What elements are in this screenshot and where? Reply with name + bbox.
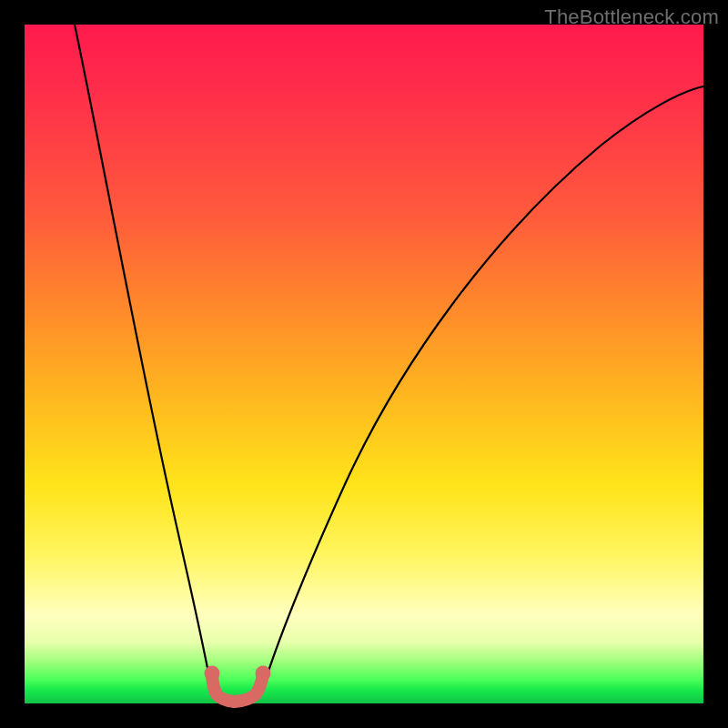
curve-right bbox=[261, 86, 703, 693]
watermark-text: TheBottleneck.com bbox=[544, 5, 719, 29]
highlight-u bbox=[212, 675, 263, 702]
chart-curves bbox=[0, 0, 728, 728]
chart-stage: TheBottleneck.com bbox=[0, 0, 728, 728]
highlight-dot-right bbox=[256, 666, 271, 682]
curve-left bbox=[75, 25, 212, 692]
highlight-dot-left bbox=[205, 666, 220, 682]
